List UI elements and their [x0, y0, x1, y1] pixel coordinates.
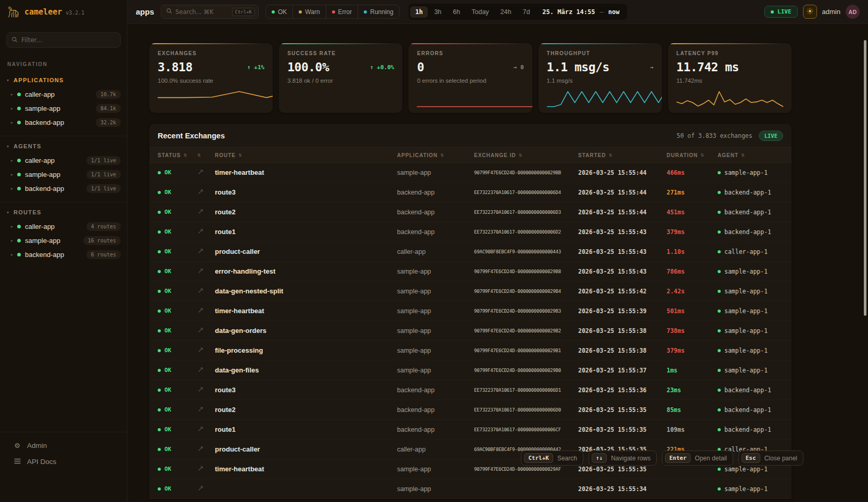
filter-input[interactable]	[6, 32, 121, 48]
table-row[interactable]: OKroute3backend-appEE7322370A10617-00000…	[149, 380, 792, 400]
status-label: OK	[164, 228, 171, 235]
status-cell: OK	[158, 485, 197, 492]
trend-arrow-icon	[197, 426, 215, 434]
camel-logo-icon	[7, 6, 21, 18]
range-button-3h[interactable]: 3h	[429, 6, 446, 18]
application-cell: sample-app	[397, 288, 474, 295]
stat-cards-row: EXCHANGES3.818↑ +1%100.0% success rateSU…	[149, 43, 792, 113]
footer-link-api-docs[interactable]: API Docs	[0, 454, 127, 470]
card-value: 100.0%	[287, 60, 329, 74]
status-cell: OK	[158, 189, 197, 196]
status-label: OK	[164, 169, 171, 176]
status-filter-running[interactable]: Running	[358, 5, 399, 18]
started-cell: 2026-03-25 15:55:35	[578, 466, 667, 473]
card-subtitle: 11.742ms	[676, 78, 783, 84]
range-button-1h[interactable]: 1h	[410, 6, 428, 18]
status-cell: OK	[158, 387, 197, 393]
sidebar-item-caller-app[interactable]: ▸caller-app1/1 live	[0, 153, 127, 168]
status-cell: OK	[158, 169, 197, 176]
sidebar-item-sample-app[interactable]: ▸sample-app84.1k	[0, 101, 127, 115]
status-ok-dot	[158, 171, 161, 174]
sidebar-item-backend-app[interactable]: ▸backend-app1/1 live	[0, 182, 127, 196]
table-row[interactable]: OKroute2backend-appEE7322370A10617-00000…	[149, 400, 792, 420]
column-header-route[interactable]: ROUTE⇅	[215, 152, 397, 158]
sort-icon: ⇅	[608, 153, 612, 158]
route-cell: route2	[215, 208, 397, 216]
trend-arrow-icon	[197, 228, 215, 236]
theme-toggle-button[interactable]	[803, 5, 817, 19]
table-row[interactable]: OKerror-handling-testsample-app90799F47E…	[149, 262, 792, 281]
table-row[interactable]: OKroute3backend-appEE7322370A10617-00000…	[149, 183, 792, 202]
footer-link-label: Admin	[27, 442, 47, 449]
column-header-exchange-id[interactable]: EXCHANGE ID⇅	[474, 152, 578, 158]
duration-cell: 379ms	[667, 347, 718, 354]
time-range-group: 1h3h6hToday24h7d 25. März 14:55 — now	[409, 4, 627, 20]
status-filter-error[interactable]: Error	[326, 5, 358, 18]
status-ok-dot	[158, 191, 161, 194]
column-header-label: APPLICATION	[397, 152, 438, 158]
table-row[interactable]: OKroute1backend-appEE7322370A10617-00000…	[149, 420, 792, 440]
status-filter-ok[interactable]: OK	[266, 5, 292, 18]
route-cell: data-gen-nested-split	[215, 287, 397, 295]
sidebar-item-backend-app[interactable]: ▸backend-app6 routes	[0, 248, 127, 262]
sort-icon: ⇅	[741, 153, 745, 158]
route-cell: route1	[215, 228, 397, 236]
agent-cell: sample-app-1	[718, 327, 783, 334]
exchange-id-cell: 90799F47E6CD24D-00000000000029B1	[474, 348, 578, 353]
status-cell: OK	[158, 307, 197, 314]
column-header-status[interactable]: STATUS⇅	[158, 152, 197, 158]
global-search[interactable]: Ctrl+K	[161, 5, 259, 19]
started-cell: 2026-03-25 15:55:43	[578, 268, 667, 275]
status-filter-warn[interactable]: Warn	[292, 5, 325, 18]
column-header-started[interactable]: STARTED⇅	[578, 152, 667, 158]
agent-cell: caller-app-1	[718, 248, 783, 255]
sidebar-item-caller-app[interactable]: ▸caller-app4 routes	[0, 220, 127, 234]
table-row[interactable]: OKtimer-heartbeatsample-app90799F47E6CD2…	[149, 163, 792, 183]
agent-cell: sample-app-1	[718, 307, 783, 315]
sun-icon	[807, 8, 813, 16]
table-row[interactable]: OKdata-gen-orderssample-app90799F47E6CD2…	[149, 321, 792, 341]
trend-arrow-icon	[197, 287, 215, 295]
exchange-id-cell: 90799F47E6CD24D-00000000000029B3	[474, 308, 578, 314]
column-header-trend[interactable]: ⇅	[197, 153, 215, 158]
table-row[interactable]: OKsample-app2026-03-25 15:55:34sample-ap…	[149, 479, 792, 499]
range-button-24h[interactable]: 24h	[495, 6, 517, 18]
application-cell: sample-app	[397, 268, 474, 275]
section-header-agents[interactable]: ▾AGENTS	[0, 138, 127, 153]
sidebar-item-caller-app[interactable]: ▸caller-app10.7k	[0, 87, 127, 101]
card-value: 3.818	[158, 60, 193, 74]
live-toggle[interactable]: LIVE	[764, 6, 798, 18]
search-input[interactable]	[175, 8, 228, 16]
scrollbar-thumb[interactable]	[864, 40, 866, 316]
range-button-6h[interactable]: 6h	[448, 6, 465, 18]
table-row[interactable]: OKroute2backend-appEE7322370A10617-00000…	[149, 202, 792, 222]
agent-status-dot	[718, 171, 721, 174]
card-label: THROUGHPUT	[547, 50, 654, 56]
exchange-id-cell: EE7322370A10617-00000000000006D2	[474, 229, 578, 235]
sidebar-item-sample-app[interactable]: ▸sample-app1/1 live	[0, 168, 127, 182]
range-button-today[interactable]: Today	[466, 6, 494, 18]
sidebar-item-backend-app[interactable]: ▸backend-app32.2k	[0, 115, 127, 130]
table-row[interactable]: OKproduct-callercaller-app69AC90BF8EBC4F…	[149, 242, 792, 262]
column-header-application[interactable]: APPLICATION⇅	[397, 152, 474, 158]
column-header-agent[interactable]: AGENT⇅	[718, 152, 783, 158]
sidebar-item-label: caller-app	[25, 91, 55, 98]
avatar[interactable]: AD	[846, 5, 860, 19]
exchange-id-cell: 90799F47E6CD24D-00000000000029B0	[474, 368, 578, 373]
table-row[interactable]: OKroute1backend-appEE7322370A10617-00000…	[149, 222, 792, 242]
card-label: ERRORS	[417, 50, 524, 56]
sidebar-item-sample-app[interactable]: ▸sample-app16 routes	[0, 234, 127, 248]
section-header-routes[interactable]: ▾ROUTES	[0, 204, 127, 220]
column-header-duration[interactable]: DURATION⇅	[667, 152, 718, 158]
footer-link-admin[interactable]: ⚙Admin	[0, 437, 127, 454]
table-row[interactable]: OKdata-gen-nested-splitsample-app90799F4…	[149, 281, 792, 301]
section-header-applications[interactable]: ▾APPLICATIONS	[0, 72, 127, 87]
application-cell: backend-app	[397, 387, 474, 394]
table-row[interactable]: OKtimer-heartbeatsample-app90799F47E6CD2…	[149, 301, 792, 321]
duration-cell: 109ms	[667, 426, 718, 433]
table-row[interactable]: OKdata-gen-filessample-app90799F47E6CD24…	[149, 361, 792, 380]
search-icon	[166, 8, 172, 16]
exchange-id-cell: 90799F47E6CD24D-00000000000029B2	[474, 328, 578, 333]
range-button-7d[interactable]: 7d	[517, 6, 535, 18]
table-row[interactable]: OKfile-processingsample-app90799F47E6CD2…	[149, 341, 792, 361]
